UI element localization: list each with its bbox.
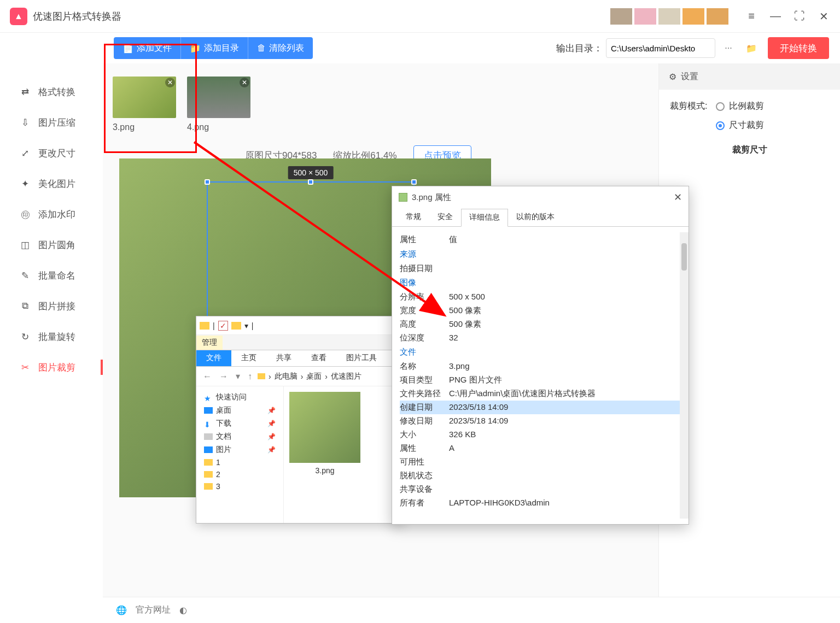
file-icon: 📄 <box>122 43 133 54</box>
sidebar-item-beautify[interactable]: ✦美化图片 <box>0 168 103 199</box>
sidebar-item-stitch[interactable]: ⧉图片拼接 <box>0 291 103 321</box>
folder-icon <box>204 483 213 490</box>
remove-thumb-icon[interactable]: ✕ <box>240 78 249 87</box>
tree-folder[interactable]: 3 <box>199 480 281 492</box>
explorer-tree[interactable]: ★快速访问 桌面📌 ⬇下载📌 文档📌 图片📌 1 2 3 <box>196 386 284 523</box>
add-dir-button[interactable]: 📁添加目录 <box>180 37 248 59</box>
prop-row: 名称3.png <box>400 360 681 373</box>
status-icon: ◐ <box>179 605 187 615</box>
thumbnail-item[interactable]: ✕ 4.png <box>187 77 250 132</box>
add-file-button[interactable]: 📄添加文件 <box>114 37 180 59</box>
crop-handle[interactable] <box>411 179 417 185</box>
crumb-desktop[interactable]: 桌面 <box>306 372 322 381</box>
resize-icon: ⤢ <box>20 148 31 158</box>
crop-size-title: 裁剪尺寸 <box>670 144 829 156</box>
folder-icon <box>200 322 209 330</box>
prop-row: 位深度32 <box>400 331 681 345</box>
crumb-folder[interactable]: 优速图片 <box>331 372 361 381</box>
tab-general[interactable]: 常规 <box>398 208 429 226</box>
properties-titlebar[interactable]: 3.png 属性 ✕ <box>392 186 689 208</box>
maximize-button[interactable]: ⛶ <box>788 5 812 27</box>
prop-row: 高度500 像素 <box>400 318 681 331</box>
menu-icon[interactable]: ≡ <box>739 5 763 27</box>
tab-share[interactable]: 共享 <box>266 350 301 366</box>
sidebar: ⇄格式转换 ⇩图片压缩 ⤢更改尺寸 ✦美化图片 ㊞添加水印 ◫图片圆角 ✎批量命… <box>0 33 103 623</box>
forward-icon[interactable]: → <box>217 372 230 381</box>
titlebar: ▲ 优速图片格式转换器 ≡ — ⛶ ✕ <box>0 0 840 33</box>
crop-mode-ratio[interactable]: 比例裁剪 <box>716 101 764 112</box>
prop-row: 所有者LAPTOP-HIHG0KD3\admin <box>400 496 681 510</box>
explorer-titlebar[interactable]: | ✓ ▾| <box>196 316 403 335</box>
explorer-file-pane[interactable]: 3.png <box>284 386 403 523</box>
tree-documents[interactable]: 文档📌 <box>199 430 281 443</box>
start-convert-button[interactable]: 开始转换 <box>768 37 829 59</box>
file-explorer-window[interactable]: | ✓ ▾| 管理 文件 主页 共享 查看 图片工具 ← → ▾ ↑ ›此电脑 … <box>196 316 404 524</box>
tab-home[interactable]: 主页 <box>231 350 266 366</box>
file-item[interactable]: 3.png <box>289 392 360 475</box>
remove-thumb-icon[interactable]: ✕ <box>165 78 175 87</box>
trash-icon: 🗑 <box>257 43 266 53</box>
sidebar-item-watermark[interactable]: ㊞添加水印 <box>0 199 103 230</box>
tab-file[interactable]: 文件 <box>196 350 231 366</box>
picture-icon <box>204 446 213 453</box>
crop-handle[interactable] <box>308 179 313 185</box>
download-icon: ⬇ <box>204 420 213 427</box>
clear-button[interactable]: 🗑清除列表 <box>248 37 313 59</box>
sidebar-item-crop[interactable]: ✂图片裁剪 <box>0 352 103 383</box>
tab-picture-tools[interactable]: 图片工具 <box>336 350 387 366</box>
tab-previous[interactable]: 以前的版本 <box>508 208 563 226</box>
scrollbar[interactable] <box>680 232 689 519</box>
tab-details[interactable]: 详细信息 <box>461 209 508 227</box>
tree-desktop[interactable]: 桌面📌 <box>199 404 281 417</box>
sidebar-item-resize[interactable]: ⤢更改尺寸 <box>0 138 103 168</box>
sidebar-item-rename[interactable]: ✎批量命名 <box>0 260 103 291</box>
properties-dialog[interactable]: 3.png 属性 ✕ 常规 安全 详细信息 以前的版本 属性值 来源 拍摄日期 … <box>392 186 689 525</box>
sidebar-item-round[interactable]: ◫图片圆角 <box>0 230 103 260</box>
convert-icon: ⇄ <box>20 86 31 97</box>
pin-icon: 📌 <box>267 407 276 414</box>
official-site-link[interactable]: 官方网址 <box>136 604 171 616</box>
more-button[interactable]: ··· <box>719 38 738 58</box>
sidebar-label: 美化图片 <box>38 178 75 190</box>
thumbnail-item[interactable]: ✕ 3.png <box>113 77 176 132</box>
tree-folder[interactable]: 2 <box>199 468 281 480</box>
tab-security[interactable]: 安全 <box>429 208 461 226</box>
prop-row: 共享设备 <box>400 483 681 496</box>
sidebar-label: 批量命名 <box>38 269 75 282</box>
prop-row: 文件夹路径C:\用户\admin\桌面\优速图片格式转换器 <box>400 387 681 401</box>
sidebar-label: 格式转换 <box>38 86 75 98</box>
crop-mode-size[interactable]: 尺寸裁剪 <box>716 120 764 131</box>
pin-icon: 📌 <box>267 420 276 427</box>
output-path-input[interactable] <box>606 38 715 58</box>
manage-tab[interactable]: 管理 <box>196 336 223 350</box>
explorer-breadcrumb[interactable]: ← → ▾ ↑ ›此电脑 ›桌面 ›优速图片 <box>196 367 403 386</box>
sidebar-item-rotate[interactable]: ↻批量旋转 <box>0 321 103 352</box>
browse-folder-button[interactable]: 📁 <box>742 38 761 58</box>
tree-downloads[interactable]: ⬇下载📌 <box>199 417 281 430</box>
tab-view[interactable]: 查看 <box>301 350 336 366</box>
crop-size-badge: 500 × 500 <box>288 166 334 179</box>
tree-folder[interactable]: 1 <box>199 456 281 468</box>
close-button[interactable]: ✕ <box>812 5 836 27</box>
prop-row: 脱机状态 <box>400 469 681 483</box>
crumb-pc[interactable]: 此电脑 <box>275 372 298 381</box>
thumbnail-image: ✕ <box>113 77 176 118</box>
crop-handle[interactable] <box>205 179 210 185</box>
radio-icon <box>716 121 725 130</box>
close-icon[interactable]: ✕ <box>674 191 682 203</box>
checkbox-icon[interactable]: ✓ <box>218 321 228 331</box>
gear-icon: ⚙ <box>669 72 676 82</box>
sidebar-item-compress[interactable]: ⇩图片压缩 <box>0 107 103 138</box>
tree-quick-access[interactable]: ★快速访问 <box>199 391 281 404</box>
watermark-icon: ㊞ <box>20 209 31 220</box>
prop-row-selected: 创建日期2023/5/18 14:09 <box>400 401 681 414</box>
tree-pictures[interactable]: 图片📌 <box>199 443 281 456</box>
up-icon[interactable]: ↑ <box>246 372 254 381</box>
recent-icon[interactable]: ▾ <box>234 371 242 381</box>
output-label: 输出目录： <box>556 42 603 55</box>
back-icon[interactable]: ← <box>201 372 214 381</box>
sidebar-item-format[interactable]: ⇄格式转换 <box>0 77 103 107</box>
thumbnail-name: 4.png <box>187 122 250 132</box>
minimize-button[interactable]: — <box>763 5 788 27</box>
add-dir-label: 添加目录 <box>204 43 239 54</box>
